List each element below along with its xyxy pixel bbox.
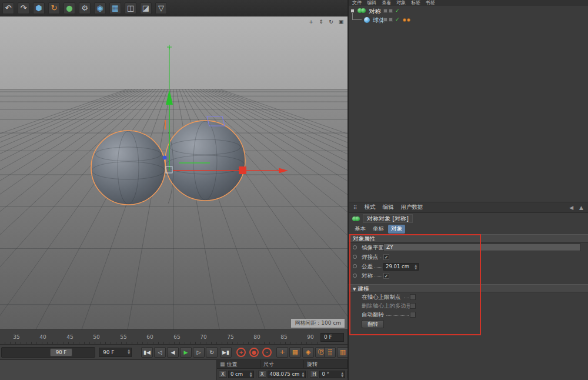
undo-icon[interactable]: ↶: [2, 2, 14, 14]
panel-table-icon[interactable]: ▦: [109, 2, 121, 14]
filter-funnel-icon[interactable]: ▽: [155, 2, 167, 14]
menu-file[interactable]: 文件: [352, 0, 362, 6]
menu-edit[interactable]: 编辑: [367, 0, 376, 6]
layout-columns-button[interactable]: ▥: [337, 347, 349, 358]
preview-range-slider[interactable]: 90 F: [1, 347, 95, 358]
loop-button[interactable]: ↻: [206, 347, 218, 358]
dotted-leader: [404, 298, 409, 298]
sphere-primitive-icon[interactable]: ●: [64, 2, 75, 14]
goto-start-button[interactable]: ▮◀: [141, 347, 153, 358]
cube-tool-icon[interactable]: ⬢: [33, 2, 45, 14]
flip-button[interactable]: 翻转: [362, 320, 384, 328]
timeline-tick: 75: [223, 334, 238, 340]
rotation-h-field[interactable]: 0 °▲▼: [319, 371, 345, 378]
menu-tag[interactable]: 标签: [411, 0, 420, 6]
enable-check-icon[interactable]: ✓: [395, 16, 400, 22]
auto-flip-checkbox[interactable]: [410, 312, 416, 318]
mirror-plane-label: 镜像平面: [362, 244, 384, 252]
section-modeling[interactable]: ▼建模: [349, 284, 588, 292]
viewport[interactable]: + ⇕ ↻ ▣ 网格间距 : 100 cm: [0, 16, 348, 329]
clamp-points-checkbox[interactable]: [410, 294, 416, 300]
rotate-tool-icon[interactable]: ↻: [48, 2, 60, 14]
dots-grid-button[interactable]: ⣿: [324, 347, 336, 358]
goto-end-button[interactable]: ▶▮: [220, 347, 232, 358]
collapse-triangle-icon[interactable]: ▼: [353, 287, 356, 292]
menu-object[interactable]: 对象: [396, 0, 406, 6]
position-x-field[interactable]: 0 cm▲▼: [228, 371, 254, 378]
spinner-icon[interactable]: ▲▼: [250, 372, 252, 378]
render-icon[interactable]: ◪: [140, 2, 152, 14]
generator-spheres-icon[interactable]: ◉: [94, 2, 106, 14]
delete-polygons-checkbox[interactable]: [410, 303, 416, 309]
tag-icon[interactable]: [407, 18, 410, 22]
object-row-sphere[interactable]: 球体 ✓: [349, 16, 588, 24]
keyframe-dot-icon[interactable]: [353, 264, 357, 268]
tolerance-field[interactable]: 29.01 cm▲▼: [383, 263, 419, 271]
menu-view[interactable]: 查看: [382, 0, 391, 6]
prev-frame-button[interactable]: ◀: [167, 347, 179, 358]
current-frame-field[interactable]: 90 F ▲▼: [99, 348, 132, 357]
next-frame-button[interactable]: ▷: [193, 347, 205, 358]
object-title[interactable]: 对称对象 [对称]: [363, 214, 413, 223]
play-button[interactable]: ▶: [180, 347, 192, 358]
rotation-axis-selector[interactable]: H: [310, 371, 318, 378]
menu-bookmark[interactable]: 书签: [426, 0, 435, 6]
position-x-value: 0 cm: [230, 371, 243, 377]
spinner-icon[interactable]: ▲▼: [415, 264, 417, 270]
phong-tag-icon[interactable]: [403, 18, 406, 22]
keyframe-dot-icon[interactable]: [353, 245, 357, 249]
tab-coordinates[interactable]: 坐标: [370, 225, 387, 234]
tab-object[interactable]: 对象: [388, 225, 405, 234]
prev-key-button[interactable]: ◁: [154, 347, 166, 358]
spinner-icon[interactable]: ▲▼: [302, 372, 305, 378]
frame-end-field[interactable]: 0 F: [320, 333, 344, 342]
rotate-view-icon[interactable]: ↻: [328, 18, 335, 25]
enable-check-icon[interactable]: ✓: [395, 8, 400, 14]
snap-move-button[interactable]: +: [276, 347, 288, 358]
tab-basic[interactable]: 基本: [352, 225, 369, 234]
menu-userdata[interactable]: 用户数据: [401, 204, 423, 211]
pan-view-icon[interactable]: +: [308, 18, 315, 25]
expand-toggle-icon[interactable]: [351, 9, 354, 12]
timeline-ruler[interactable]: 35 40 45 50 55 60 65 70 75 80 85 90 0 F: [0, 329, 348, 345]
editor-visibility-dot[interactable]: [383, 9, 387, 13]
mirror-plane-dropdown[interactable]: ZY: [383, 244, 581, 251]
autokey-button[interactable]: ●: [249, 348, 259, 357]
frame-spinner-icon[interactable]: ▲▼: [128, 349, 130, 355]
menu-edit[interactable]: 编辑: [383, 204, 394, 211]
keyframe-selection-button[interactable]: ·: [262, 348, 272, 357]
size-x-field[interactable]: 408.075 cm▲▼: [268, 371, 306, 378]
editor-visibility-dot[interactable]: [383, 18, 387, 22]
keyframe-dot-icon[interactable]: [353, 255, 357, 259]
range-end-handle[interactable]: 90 F: [50, 348, 72, 356]
zoom-view-icon[interactable]: ⇕: [318, 18, 325, 25]
dotted-leader: [375, 267, 382, 268]
history-back-icon[interactable]: ◀: [569, 205, 573, 211]
maximize-view-icon[interactable]: ▣: [338, 18, 345, 25]
axis-x-handle[interactable]: [239, 166, 246, 174]
grid-menu-icon[interactable]: ⠿: [353, 205, 358, 211]
modifier-gear-icon[interactable]: ⚙: [79, 2, 91, 14]
render-visibility-dot[interactable]: [389, 9, 393, 13]
snap-grid-button[interactable]: ▦: [289, 347, 301, 358]
camera-icon[interactable]: ◫: [125, 2, 136, 14]
redo-icon[interactable]: ↷: [18, 2, 29, 14]
spinner-icon[interactable]: ▲▼: [341, 372, 343, 378]
section-object-properties[interactable]: 对象属性: [349, 234, 588, 243]
viewport-canvas[interactable]: [0, 16, 348, 329]
object-row-symmetry[interactable]: 对称 ✓: [349, 7, 588, 15]
record-keyframe-button[interactable]: +: [236, 348, 246, 357]
keyframe-dot-icon[interactable]: [353, 274, 357, 278]
object-label[interactable]: 对称: [369, 8, 381, 16]
grid-spacing-label: 网格间距 : 100 cm: [291, 319, 345, 328]
size-axis-selector[interactable]: X: [258, 371, 266, 378]
snap-3d-button[interactable]: ◈: [302, 347, 314, 358]
menu-mode[interactable]: 模式: [365, 204, 376, 211]
symmetry-object-icon: [358, 7, 367, 14]
axis-z-handle[interactable]: [163, 156, 167, 160]
position-axis-selector[interactable]: X: [219, 371, 227, 378]
weld-points-checkbox[interactable]: ✓: [383, 254, 389, 260]
symmetric-checkbox[interactable]: ✓: [383, 273, 389, 279]
dock-pin-icon[interactable]: ▲: [579, 205, 583, 211]
render-visibility-dot[interactable]: [389, 18, 393, 22]
